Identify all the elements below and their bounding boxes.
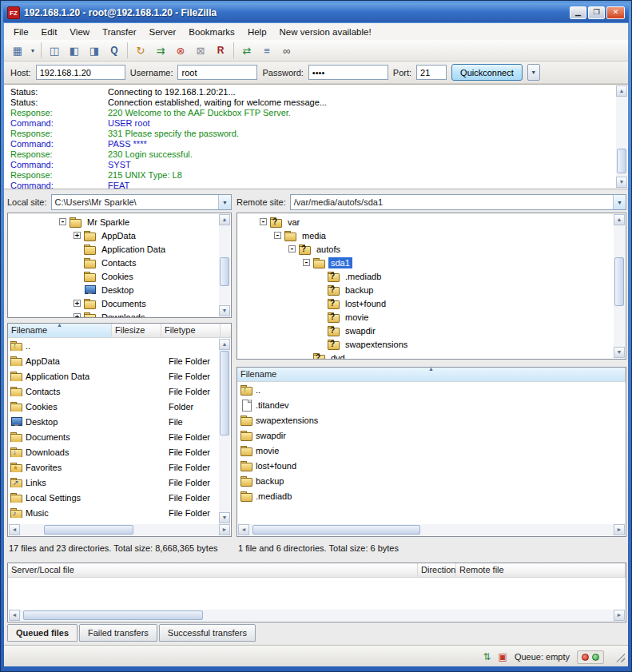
scrollbar-thumb[interactable] <box>220 257 229 286</box>
column-header-filename[interactable]: Filename <box>237 368 626 381</box>
scroll-up-icon[interactable] <box>219 214 230 225</box>
remote-tree-scrollbar[interactable] <box>614 214 625 358</box>
resize-grip[interactable] <box>614 652 625 662</box>
local-path-combo[interactable]: C:\Users\Mr Sparkle\ <box>51 194 232 210</box>
expander-icon[interactable] <box>288 245 296 252</box>
tab-failed-transfers[interactable]: Failed transfers <box>79 624 157 642</box>
tab-queued-files[interactable]: Queued files <box>7 624 78 642</box>
local-list-scrollbar[interactable] <box>219 339 230 523</box>
encryption-status-icon[interactable]: ▣ <box>499 651 507 662</box>
tree-node[interactable]: var <box>239 215 626 229</box>
scrollbar-thumb[interactable] <box>23 610 203 620</box>
tree-node[interactable]: Mr Sparkle <box>10 215 231 229</box>
scroll-up-icon[interactable] <box>614 214 625 225</box>
toggle-queue-button[interactable]: Q <box>105 42 124 59</box>
tree-node[interactable]: Desktop <box>10 283 231 296</box>
file-row[interactable]: LinksFile Folder <box>8 475 231 490</box>
column-header-filetype[interactable]: Filetype <box>161 324 221 337</box>
port-input[interactable] <box>416 65 447 80</box>
scroll-down-icon[interactable] <box>219 305 230 316</box>
scroll-right-icon[interactable] <box>219 524 230 535</box>
quickconnect-button[interactable]: Quickconnect <box>451 64 523 81</box>
scrollbar-thumb[interactable] <box>44 525 133 535</box>
scroll-up-icon[interactable] <box>219 339 230 350</box>
menu-bookmarks[interactable]: Bookmarks <box>182 25 241 39</box>
file-row[interactable]: DesktopFile <box>8 414 231 429</box>
tree-node[interactable]: Contacts <box>10 256 231 269</box>
column-header-filename[interactable]: Filename <box>8 324 112 337</box>
file-row[interactable]: ContactsFile Folder <box>8 384 231 399</box>
tree-node[interactable]: sda1 <box>239 256 626 269</box>
username-input[interactable] <box>177 65 257 80</box>
scroll-down-icon[interactable] <box>219 512 230 523</box>
scroll-right-icon[interactable] <box>614 610 625 621</box>
file-row[interactable]: DocumentsFile Folder <box>8 429 231 444</box>
column-header-remote-file[interactable]: Remote file <box>456 563 626 577</box>
menu-help[interactable]: Help <box>241 25 273 39</box>
queue-hscrollbar[interactable] <box>9 610 625 621</box>
toggle-remote-tree-button[interactable]: ◨ <box>85 42 104 59</box>
refresh-button[interactable]: ↻ <box>131 42 150 59</box>
file-row[interactable]: swapdir <box>237 427 626 443</box>
site-manager-button[interactable]: ▦ <box>8 42 27 59</box>
tree-node[interactable]: Application Data <box>10 242 231 256</box>
expander-icon[interactable] <box>74 232 81 239</box>
menu-server[interactable]: Server <box>142 25 182 39</box>
tree-node[interactable]: swapextensions <box>239 337 626 351</box>
menu-transfer[interactable]: Transfer <box>96 25 142 39</box>
toggle-local-tree-button[interactable]: ◧ <box>65 42 84 59</box>
file-row[interactable]: MusicFile Folder <box>8 505 231 520</box>
remote-path-value[interactable]: /var/media/autofs/sda1 <box>291 197 613 207</box>
tree-node[interactable]: backup <box>239 283 626 296</box>
scrollbar-thumb[interactable] <box>220 351 229 435</box>
file-row[interactable]: DownloadsFile Folder <box>8 444 231 459</box>
find-files-button[interactable]: ∞ <box>277 42 296 59</box>
tree-node[interactable]: media <box>239 229 626 242</box>
column-header-direction[interactable]: Direction <box>418 563 456 577</box>
tab-successful-transfers[interactable]: Successful transfers <box>159 624 256 642</box>
expander-icon[interactable] <box>74 300 81 307</box>
scrollbar-thumb[interactable] <box>252 525 420 535</box>
file-row[interactable]: FavoritesFile Folder <box>8 459 231 475</box>
password-input[interactable] <box>308 65 388 80</box>
local-path-value[interactable]: C:\Users\Mr Sparkle\ <box>52 197 218 207</box>
file-row[interactable]: AppDataFile Folder <box>8 353 231 368</box>
menu-edit[interactable]: Edit <box>35 25 64 39</box>
file-row[interactable]: .titandev <box>237 397 626 412</box>
speed-limit-icon[interactable]: ⇅ <box>483 651 491 662</box>
file-row[interactable]: swapextensions <box>237 412 626 427</box>
column-header-server-local-file[interactable]: Server/Local file <box>8 563 418 577</box>
scroll-down-icon[interactable] <box>614 347 625 358</box>
reconnect-button[interactable]: R <box>211 42 230 59</box>
scroll-left-icon[interactable] <box>9 524 20 535</box>
toggle-message-log-button[interactable]: ◫ <box>45 42 64 59</box>
cancel-button[interactable]: ⊗ <box>171 42 190 59</box>
expander-icon[interactable] <box>303 259 310 266</box>
scroll-left-icon[interactable] <box>9 610 20 621</box>
synchronized-browsing-button[interactable]: ≡ <box>257 42 276 59</box>
disconnect-button[interactable]: ⊠ <box>191 42 210 59</box>
file-row[interactable]: Local SettingsFile Folder <box>8 490 231 505</box>
tree-node[interactable]: movie <box>239 310 626 324</box>
directory-comparison-button[interactable]: ⇄ <box>237 42 256 59</box>
scroll-right-icon[interactable] <box>614 524 625 535</box>
file-row[interactable]: movie <box>237 443 626 458</box>
file-row[interactable]: lost+found <box>237 458 626 473</box>
file-row[interactable]: .. <box>237 382 626 397</box>
tree-node[interactable]: Documents <box>10 296 231 310</box>
menu-new-version[interactable]: New version available! <box>273 25 378 39</box>
menu-file[interactable]: File <box>7 25 35 39</box>
tree-node[interactable]: Cookies <box>10 269 231 283</box>
expander-icon[interactable] <box>59 218 66 225</box>
expander-icon[interactable] <box>260 218 267 225</box>
scrollbar-thumb[interactable] <box>614 257 624 306</box>
file-row[interactable]: .. <box>8 338 231 353</box>
quickconnect-dropdown[interactable] <box>527 64 540 81</box>
tree-node[interactable]: AppData <box>10 229 231 242</box>
tree-node[interactable]: dvd <box>239 351 626 360</box>
remote-path-combo[interactable]: /var/media/autofs/sda1 <box>290 194 626 210</box>
chevron-down-icon[interactable] <box>613 195 626 209</box>
site-manager-dropdown[interactable] <box>28 42 38 59</box>
chevron-down-icon[interactable] <box>218 195 231 209</box>
scroll-left-icon[interactable] <box>238 524 249 535</box>
